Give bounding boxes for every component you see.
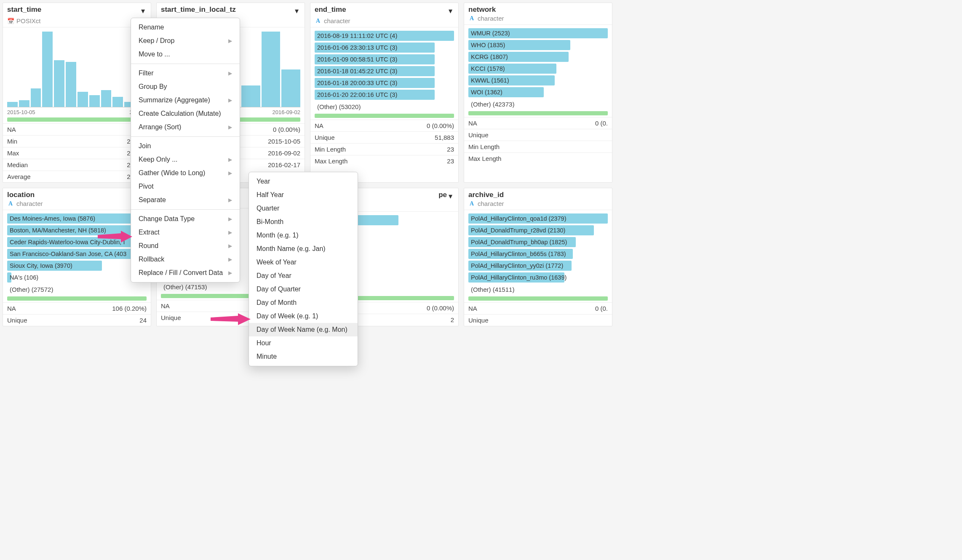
value-bar-row[interactable]: WMUR (2523) [468, 28, 608, 38]
submenu-item[interactable]: Quarter [249, 202, 358, 215]
value-bar-row[interactable]: 2016-08-19 11:11:02 UTC (4) [315, 31, 454, 41]
column-title: end_time [315, 5, 346, 14]
chevron-right-icon: ▶ [228, 97, 232, 103]
column-context-menu[interactable]: RenameKeep / Drop▶Move to ...Filter▶Grou… [131, 18, 240, 283]
menu-item-label: Extract [139, 229, 160, 236]
chevron-down-icon[interactable]: ▾ [447, 5, 454, 16]
submenu-item-label: Half Year [257, 191, 284, 199]
value-bar-row[interactable]: KWWL (1561) [468, 75, 608, 85]
menu-item[interactable]: Pivot [131, 180, 240, 193]
menu-item[interactable]: Replace / Fill / Convert Data▶ [131, 266, 240, 280]
chevron-right-icon: ▶ [228, 170, 232, 176]
submenu-item[interactable]: Week of Year [249, 256, 358, 269]
submenu-item-label: Bi-Month [257, 218, 283, 226]
histogram-bar [89, 95, 100, 107]
menu-item[interactable]: Separate▶ [131, 193, 240, 207]
value-bar-row[interactable]: PolAd_HillaryClinton_ru3mo (1639) [468, 272, 608, 283]
value-bar-row[interactable]: KCCI (1578) [468, 64, 608, 74]
submenu-item[interactable]: Day of Year [249, 269, 358, 283]
value-bar-label: WMUR (2523) [468, 30, 510, 37]
menu-item-label: Group By [139, 83, 167, 91]
chevron-down-icon[interactable]: ▾ [293, 5, 300, 16]
stats-table: NA0 (0. Unique Min Length Max Length [464, 117, 612, 164]
menu-item[interactable]: Round▶ [131, 239, 240, 253]
menu-item[interactable]: Gather (Wide to Long)▶ [131, 166, 240, 180]
histogram-bar [42, 32, 53, 107]
histogram-bar [241, 85, 260, 107]
value-bar-row[interactable]: PolAd_HillaryClinton_yy0zi (1772) [468, 261, 608, 271]
submenu-item[interactable]: Day of Quarter [249, 283, 358, 296]
menu-item[interactable]: Group By [131, 80, 240, 93]
menu-item[interactable]: Keep Only ...▶ [131, 153, 240, 166]
menu-item[interactable]: Extract▶ [131, 226, 240, 239]
menu-item[interactable]: Join [131, 139, 240, 153]
submenu-item[interactable]: Year [249, 175, 358, 188]
submenu-item-label: Day of Week (e.g. 1) [257, 312, 318, 320]
character-type-icon: A [468, 15, 475, 22]
menu-item[interactable]: Rollback▶ [131, 253, 240, 266]
value-bar-na: NA's (106) [7, 272, 147, 283]
column-type: POSIXct [16, 17, 41, 24]
stats-table: NA0 (0.00%) Unique51,883 Min Length23 Ma… [310, 120, 458, 167]
value-bar-row[interactable]: WHO (1835) [468, 40, 608, 50]
menu-item-label: Change Data Type [139, 215, 195, 223]
extract-submenu[interactable]: YearHalf YearQuarterBi-MonthMonth (e.g. … [249, 172, 358, 329]
value-bar-row[interactable]: San Francisco-Oakland-San Jose, CA (403 [7, 249, 147, 259]
menu-item[interactable]: Change Data Type▶ [131, 212, 240, 226]
value-bars: WMUR (2523)WHO (1835)KCRG (1807)KCCI (15… [464, 25, 612, 109]
submenu-item-label: Month (e.g. 1) [257, 232, 299, 239]
value-bar-other: (Other) (53020) [315, 101, 454, 110]
menu-item-label: Replace / Fill / Convert Data [139, 269, 223, 277]
menu-item-label: Summarize (Aggregate) [139, 96, 210, 104]
chevron-right-icon: ▶ [228, 243, 232, 249]
stats-table: NA106 (0.20%) Unique24 [3, 302, 151, 326]
completeness-bar [7, 296, 147, 301]
value-bar-row[interactable]: PolAd_DonaldTrump_r28vd (2130) [468, 225, 608, 235]
menu-item[interactable]: Move to ... [131, 48, 240, 61]
submenu-item[interactable]: Bi-Month [249, 215, 358, 229]
menu-item-label: Separate [139, 196, 166, 204]
menu-item[interactable]: Rename [131, 21, 240, 34]
value-bar-row[interactable]: 2016-01-09 00:58:51 UTC (3) [315, 54, 454, 64]
submenu-item-label: Day of Year [257, 272, 291, 280]
column-type: character [478, 200, 504, 207]
value-bar-row[interactable]: Des Moines-Ames, Iowa (5876) [7, 213, 147, 224]
histogram-bar [7, 102, 18, 107]
submenu-item[interactable]: Day of Month [249, 296, 358, 309]
value-bar-label: KWWL (1561) [468, 77, 509, 84]
column-type: character [478, 15, 504, 22]
chevron-down-icon[interactable]: ▾ [447, 191, 454, 202]
submenu-item[interactable]: Day of Week Name (e.g. Mon) [249, 323, 358, 329]
completeness-bar [468, 111, 608, 115]
value-bar-row[interactable]: WOI (1362) [468, 87, 608, 97]
menu-item[interactable]: Arrange (Sort)▶ [131, 120, 240, 134]
menu-item[interactable]: Summarize (Aggregate)▶ [131, 93, 240, 107]
submenu-item-label: Year [257, 178, 270, 185]
value-bars: PolAd_HillaryClinton_qoa1d (2379)PolAd_D… [464, 210, 612, 295]
submenu-item[interactable]: Month (e.g. 1) [249, 229, 358, 242]
menu-item-label: Pivot [139, 183, 154, 190]
column-card-network: network A character WMUR (2523)WHO (1835… [464, 3, 612, 183]
menu-item[interactable]: Filter▶ [131, 67, 240, 80]
chevron-down-icon[interactable]: ▾ [139, 5, 147, 16]
submenu-item[interactable]: Day of Week (e.g. 1) [249, 309, 358, 323]
menu-item[interactable]: Create Calculation (Mutate) [131, 107, 240, 120]
value-bar-row[interactable]: 2016-01-18 20:00:33 UTC (3) [315, 78, 454, 88]
value-bar-row[interactable]: 2016-01-06 23:30:13 UTC (3) [315, 43, 454, 53]
submenu-item[interactable]: Half Year [249, 188, 358, 202]
histogram-bar [19, 100, 29, 107]
value-bar-other: (Other) (27572) [7, 284, 147, 293]
histogram-bar [66, 62, 76, 107]
value-bar-row[interactable]: PolAd_HillaryClinton_b665s (1783) [468, 249, 608, 259]
value-bar-row[interactable]: Sioux City, Iowa (3970) [7, 261, 147, 271]
value-bar-label: 2016-01-06 23:30:13 UTC (3) [315, 44, 397, 51]
submenu-item[interactable]: Month Name (e.g. Jan) [249, 242, 358, 256]
value-bar-row[interactable]: 2016-01-20 22:00:16 UTC (3) [315, 90, 454, 100]
histogram-bar [77, 92, 88, 107]
value-bar-row[interactable]: PolAd_HillaryClinton_qoa1d (2379) [468, 213, 608, 224]
value-bar-row[interactable]: 2016-01-18 01:45:22 UTC (3) [315, 66, 454, 76]
value-bar-label: PolAd_HillaryClinton_ru3mo (1639) [468, 274, 567, 281]
menu-item[interactable]: Keep / Drop▶ [131, 34, 240, 48]
value-bar-row[interactable]: PolAd_DonaldTrump_bh0ap (1825) [468, 237, 608, 247]
value-bar-row[interactable]: KCRG (1807) [468, 52, 608, 62]
